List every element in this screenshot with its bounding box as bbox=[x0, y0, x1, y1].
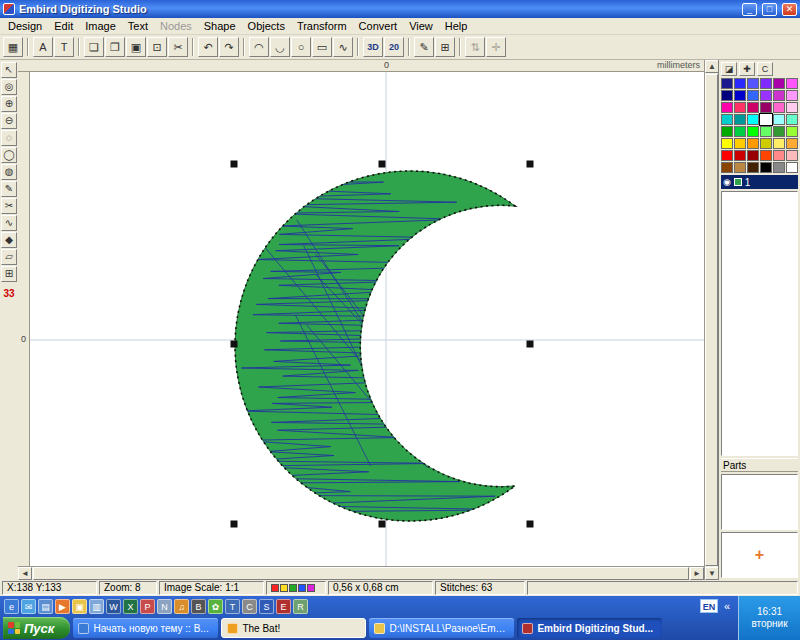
tray-chevron-button[interactable]: « bbox=[720, 600, 734, 612]
object-list[interactable] bbox=[721, 191, 798, 456]
palette-color-18[interactable] bbox=[721, 114, 733, 125]
shape-tool[interactable]: ▱ bbox=[1, 249, 17, 265]
design-grid-button[interactable]: ▦ bbox=[3, 37, 23, 57]
palette-color-26[interactable] bbox=[747, 126, 759, 137]
language-indicator[interactable]: EN bbox=[700, 599, 718, 613]
show-desktop-icon[interactable]: ▤ bbox=[38, 599, 53, 614]
internet-explorer-icon[interactable]: e bbox=[4, 599, 19, 614]
palette-color-22[interactable] bbox=[773, 114, 785, 125]
selection-handle[interactable] bbox=[527, 161, 534, 168]
palette-color-10[interactable] bbox=[773, 90, 785, 101]
ellipse-tool[interactable]: ◍ bbox=[1, 164, 17, 180]
close-button[interactable]: ✕ bbox=[782, 3, 797, 16]
embird-icon[interactable]: E bbox=[276, 599, 291, 614]
selection-handle[interactable] bbox=[231, 161, 238, 168]
text-button[interactable]: T bbox=[54, 37, 74, 57]
edit-button[interactable]: ✎ bbox=[414, 37, 434, 57]
grid-button[interactable]: ⊞ bbox=[435, 37, 455, 57]
selection-handle[interactable] bbox=[379, 161, 386, 168]
undo-button[interactable]: ↶ bbox=[198, 37, 218, 57]
winamp-icon[interactable]: ♫ bbox=[174, 599, 189, 614]
my-documents-icon[interactable]: ▣ bbox=[72, 599, 87, 614]
palette-color-40[interactable] bbox=[773, 150, 785, 161]
palette-color-47[interactable] bbox=[786, 162, 798, 173]
palette-color-45[interactable] bbox=[760, 162, 772, 173]
palette-color-35[interactable] bbox=[786, 138, 798, 149]
start-button[interactable]: Пуск bbox=[3, 617, 70, 639]
circle-button[interactable]: ○ bbox=[291, 37, 311, 57]
palette-color-41[interactable] bbox=[786, 150, 798, 161]
menu-shape[interactable]: Shape bbox=[198, 19, 242, 33]
palette-color-46[interactable] bbox=[773, 162, 785, 173]
notepad-icon[interactable]: N bbox=[157, 599, 172, 614]
menu-edit[interactable]: Edit bbox=[48, 19, 79, 33]
color-catalog-button[interactable]: C bbox=[757, 62, 773, 76]
add-color-button[interactable]: ✚ bbox=[739, 62, 755, 76]
palette-color-30[interactable] bbox=[721, 138, 733, 149]
palette-color-32[interactable] bbox=[747, 138, 759, 149]
menu-image[interactable]: Image bbox=[79, 19, 122, 33]
palette-color-27[interactable] bbox=[760, 126, 772, 137]
palette-color-34[interactable] bbox=[773, 138, 785, 149]
palette-color-7[interactable] bbox=[734, 90, 746, 101]
circle-tool[interactable]: ◯ bbox=[1, 147, 17, 163]
scroll-left-button[interactable]: ◄ bbox=[18, 567, 32, 580]
menu-help[interactable]: Help bbox=[439, 19, 474, 33]
palette-color-17[interactable] bbox=[786, 102, 798, 113]
scroll-down-button[interactable]: ▼ bbox=[705, 567, 719, 580]
fill-mode-button[interactable]: ◪ bbox=[721, 62, 737, 76]
vertical-scrollbar[interactable]: ▲ ▼ bbox=[704, 60, 718, 580]
the-bat-icon[interactable]: B bbox=[191, 599, 206, 614]
palette-color-36[interactable] bbox=[721, 150, 733, 161]
design-canvas[interactable] bbox=[30, 72, 704, 566]
horizontal-scroll-thumb[interactable] bbox=[33, 567, 689, 580]
stitch-view-button[interactable]: 20 bbox=[384, 37, 404, 57]
palette-color-44[interactable] bbox=[747, 162, 759, 173]
menu-design[interactable]: Design bbox=[2, 19, 48, 33]
object-list-row[interactable]: ◉ 1 bbox=[721, 175, 798, 189]
cut-button[interactable]: ✂ bbox=[168, 37, 188, 57]
palette-color-16[interactable] bbox=[773, 102, 785, 113]
selection-handle[interactable] bbox=[527, 341, 534, 348]
parts-list[interactable] bbox=[721, 474, 798, 530]
lettering-button[interactable]: A bbox=[33, 37, 53, 57]
icq-icon[interactable]: ✿ bbox=[208, 599, 223, 614]
lasso-tool[interactable]: ◌ bbox=[1, 130, 17, 146]
palette-color-43[interactable] bbox=[734, 162, 746, 173]
palette-color-29[interactable] bbox=[786, 126, 798, 137]
draw-tool[interactable]: ✎ bbox=[1, 181, 17, 197]
mesh-tool[interactable]: ⊞ bbox=[1, 266, 17, 282]
excel-icon[interactable]: X bbox=[123, 599, 138, 614]
palette-color-38[interactable] bbox=[747, 150, 759, 161]
view-3d-button[interactable]: 3D bbox=[363, 37, 383, 57]
palette-color-31[interactable] bbox=[734, 138, 746, 149]
palette-color-37[interactable] bbox=[734, 150, 746, 161]
palette-color-13[interactable] bbox=[734, 102, 746, 113]
palette-color-42[interactable] bbox=[721, 162, 733, 173]
select-tool[interactable]: ↖ bbox=[1, 62, 17, 78]
palette-color-1[interactable] bbox=[734, 78, 746, 89]
arc-up-button[interactable]: ◠ bbox=[249, 37, 269, 57]
task-button[interactable]: Начать новую тему :: В... bbox=[73, 618, 218, 638]
curve-button[interactable]: ∿ bbox=[333, 37, 353, 57]
menu-convert[interactable]: Convert bbox=[353, 19, 404, 33]
menu-view[interactable]: View bbox=[403, 19, 439, 33]
palette-color-9[interactable] bbox=[760, 90, 772, 101]
photoshop-icon[interactable]: S bbox=[259, 599, 274, 614]
knife-tool[interactable]: ✂ bbox=[1, 198, 17, 214]
rectangle-button[interactable]: ▭ bbox=[312, 37, 332, 57]
palette-color-21[interactable] bbox=[760, 114, 772, 125]
palette-color-19[interactable] bbox=[734, 114, 746, 125]
palette-color-5[interactable] bbox=[786, 78, 798, 89]
palette-color-39[interactable] bbox=[760, 150, 772, 161]
curve-tool[interactable]: ∿ bbox=[1, 215, 17, 231]
recycle-bin-icon[interactable]: R bbox=[293, 599, 308, 614]
vertical-scroll-thumb[interactable] bbox=[705, 74, 718, 566]
new-button[interactable]: ❏ bbox=[84, 37, 104, 57]
palette-color-25[interactable] bbox=[734, 126, 746, 137]
zoom-tool[interactable]: ◎ bbox=[1, 79, 17, 95]
palette-color-20[interactable] bbox=[747, 114, 759, 125]
total-commander-icon[interactable]: T bbox=[225, 599, 240, 614]
palette-color-0[interactable] bbox=[721, 78, 733, 89]
calculator-icon[interactable]: C bbox=[242, 599, 257, 614]
